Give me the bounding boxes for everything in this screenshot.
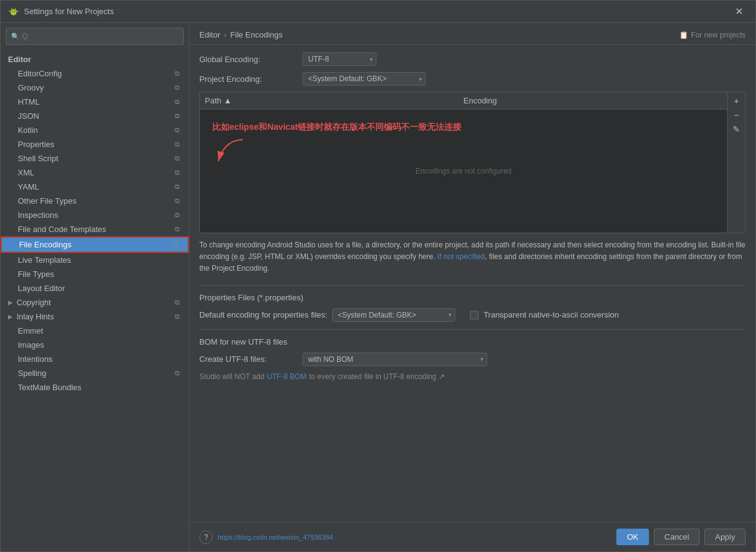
sidebar-item-label: Spelling [18,369,170,378]
search-box[interactable]: 🔍 [6,28,184,45]
edit-row-button[interactable]: ✎ [729,123,744,136]
sidebar-item-json[interactable]: JSON ⧉ [1,109,189,123]
info-text: To change encoding Android Studio uses f… [199,239,746,275]
project-encoding-label: Project Encoding: [199,74,298,84]
sidebar-item-label: XML [18,168,170,177]
sidebar-item-label: Live Templates [18,255,181,265]
sidebar-item-label: EditorConfig [18,69,170,78]
sidebar-item-groovy[interactable]: Groovy ⧉ [1,81,189,95]
copy-icon: ⧉ [172,241,180,249]
svg-point-6 [12,10,14,12]
panel-header: Editor › File Encodings 📋 For new projec… [189,23,755,45]
svg-line-5 [15,9,15,10]
breadcrumb-editor: Editor [199,30,220,39]
sidebar-item-label: File and Code Templates [18,225,170,234]
sidebar-item-textmatebundles[interactable]: TextMate Bundles [1,380,189,394]
section-header-editor[interactable]: Editor [1,52,189,66]
sidebar-item-label: Other File Types [18,196,170,206]
sort-icon: ▲ [224,96,232,105]
sidebar-item-editorconfig[interactable]: EditorConfig ⧉ [1,66,189,81]
expand-arrow-icon: ▶ [8,313,13,320]
encoding-table-container: Path ▲ Encoding Encodings are not config… [199,92,746,233]
sidebar-item-label: HTML [18,97,170,106]
sidebar-item-label: TextMate Bundles [18,383,181,392]
sidebar-item-label: Copyright [17,298,170,307]
properties-encoding-select-wrapper: <System Default: GBK> UTF-8 [332,308,455,322]
properties-section-title: Properties Files (*.properties) [199,293,746,302]
sidebar-item-intentions[interactable]: Intentions [1,352,189,366]
ok-button[interactable]: OK [616,529,649,545]
sidebar-tree: Editor EditorConfig ⧉ Groovy ⧉ HTML ⧉ JS… [1,50,189,551]
sidebar-item-images[interactable]: Images [1,338,189,352]
sidebar-item-otherfiletypes[interactable]: Other File Types ⧉ [1,194,189,208]
properties-encoding-row: Default encoding for properties files: <… [199,308,746,322]
add-row-button[interactable]: + [729,95,744,108]
copy-icon: ⧉ [173,225,181,234]
sidebar-item-livetemplates[interactable]: Live Templates [1,253,189,267]
sidebar-item-label: JSON [18,111,170,121]
panel-body: Global Encoding: UTF-8 GBK ISO-8859-1 Pr… [189,45,755,522]
sidebar-item-label: Kotlin [18,126,170,135]
copy-icon: ⧉ [173,298,181,307]
apply-button[interactable]: Apply [704,529,746,545]
bottom-bar: ? https://blog.csdn.net/weixin_47936384 … [189,522,755,551]
title-text: Settings for New Projects [24,7,730,16]
copy-icon: ⧉ [173,98,181,106]
col-path: Path ▲ [205,96,464,105]
sidebar-item-spelling[interactable]: Spelling ⧉ [1,366,189,380]
sidebar-item-filetypes[interactable]: File Types [1,267,189,281]
divider-1 [199,285,746,286]
project-encoding-row: Project Encoding: <System Default: GBK> … [199,72,746,86]
copy-icon: ⧉ [173,126,181,135]
global-encoding-select[interactable]: UTF-8 GBK ISO-8859-1 [303,52,376,66]
copy-icon: ⧉ [173,154,181,163]
sidebar-item-html[interactable]: HTML ⧉ [1,95,189,109]
svg-point-7 [14,10,15,12]
cancel-button[interactable]: Cancel [654,529,699,545]
transparent-checkbox-row: Transparent native-to-ascii conversion [470,310,619,319]
breadcrumb-separator: › [224,30,226,39]
sidebar-item-label: Properties [18,140,170,149]
sidebar-item-layouteditor[interactable]: Layout Editor [1,281,189,295]
copy-icon: ⧉ [173,112,181,121]
transparent-checkbox[interactable] [470,311,479,319]
sidebar-item-kotlin[interactable]: Kotlin ⧉ [1,123,189,137]
sidebar-item-fileandcodetemplates[interactable]: File and Code Templates ⧉ [1,222,189,236]
properties-encoding-select[interactable]: <System Default: GBK> UTF-8 [332,308,455,322]
divider-2 [199,329,746,330]
copy-icon: ⧉ [173,70,181,78]
project-encoding-select-wrapper: <System Default: GBK> UTF-8 GBK [303,72,426,86]
sidebar-item-inspections[interactable]: Inspections ⧉ [1,208,189,222]
global-encoding-row: Global Encoding: UTF-8 GBK ISO-8859-1 [199,52,746,66]
sidebar-item-yaml[interactable]: YAML ⧉ [1,180,189,194]
sidebar-item-copyright[interactable]: ▶ Copyright ⧉ [1,295,189,310]
expand-arrow-icon: ▶ [8,299,13,306]
sidebar-item-inlayhints[interactable]: ▶ Inlay Hints ⧉ [1,310,189,324]
utf8-bom-link[interactable]: UTF-8 BOM [267,372,307,381]
sidebar-item-fileencodings[interactable]: File Encodings ⧉ [1,236,189,253]
sidebar-item-emmet[interactable]: Emmet [1,324,189,338]
copy-icon: ⧉ [173,183,181,191]
help-button[interactable]: ? [199,530,213,544]
project-encoding-select[interactable]: <System Default: GBK> UTF-8 GBK [303,72,426,86]
settings-window: Settings for New Projects ✕ 🔍 Editor Edi… [0,0,756,552]
android-icon [8,6,19,17]
sidebar-item-properties[interactable]: Properties ⧉ [1,137,189,151]
default-encoding-label: Default encoding for properties files: [199,310,327,319]
svg-rect-1 [11,10,16,14]
breadcrumb-current: File Encodings [230,30,282,39]
annotation-area: 比如eclipse和Navicat链接时就存在版本不同编码不一致无法连接 [212,122,461,169]
sidebar-item-xml[interactable]: XML ⧉ [1,166,189,180]
search-input[interactable] [22,32,178,41]
close-button[interactable]: ✕ [730,3,748,20]
global-encoding-label: Global Encoding: [199,55,298,64]
if-not-specified-link[interactable]: If not specified [437,252,485,261]
create-utf8-row: Create UTF-8 files: with NO BOM with BOM… [199,353,746,366]
encoding-table-body: Encodings are not configured 比如eclipse和N… [200,110,727,233]
sidebar-item-shellscript[interactable]: Shell Script ⧉ [1,151,189,166]
create-utf8-select[interactable]: with NO BOM with BOM with BOM (only for … [303,353,487,366]
sidebar-item-label: File Types [18,270,181,279]
title-bar: Settings for New Projects ✕ [1,1,755,23]
remove-row-button[interactable]: − [729,109,744,122]
sidebar-item-label: Inspections [18,210,170,220]
